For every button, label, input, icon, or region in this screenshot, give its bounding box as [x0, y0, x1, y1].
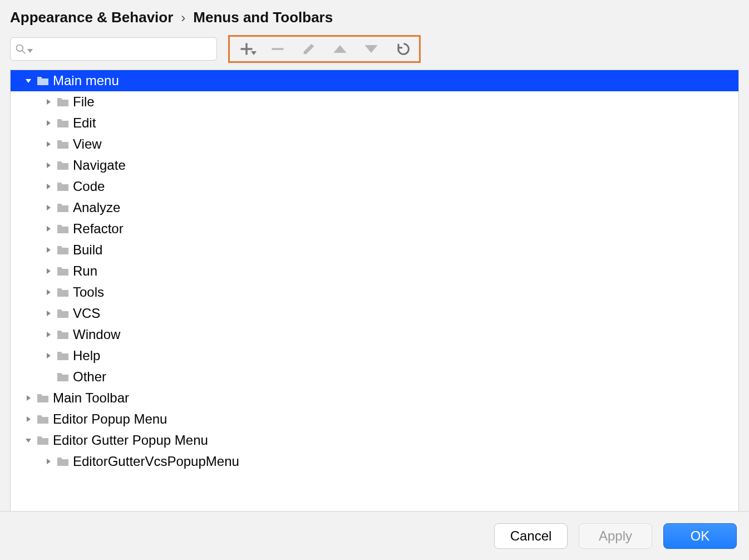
tree-row[interactable]: Code	[11, 176, 738, 197]
tree-item-label: EditorGutterVcsPopupMenu	[73, 454, 239, 469]
tree-row[interactable]: Help	[11, 345, 738, 366]
tree-row[interactable]: Tools	[11, 282, 738, 303]
cancel-button[interactable]: Cancel	[494, 523, 568, 549]
svg-marker-26	[47, 459, 51, 464]
tree-row[interactable]: Analyze	[11, 197, 738, 218]
search-input[interactable]	[36, 41, 212, 57]
tree-row[interactable]: Editor Gutter Popup Menu	[11, 430, 738, 451]
svg-marker-17	[47, 247, 51, 253]
ok-button[interactable]: OK	[663, 523, 737, 549]
edit-button[interactable]	[301, 41, 317, 57]
tree-row[interactable]: Main menu	[11, 70, 738, 91]
folder-icon	[56, 181, 70, 192]
revert-button[interactable]	[395, 41, 410, 57]
tree-item-label: Other	[73, 369, 106, 385]
svg-marker-2	[27, 49, 33, 53]
tree-item-label: Editor Popup Menu	[53, 411, 167, 427]
chevron-down-icon	[251, 43, 257, 59]
move-down-button[interactable]	[363, 41, 379, 57]
folder-icon	[56, 223, 70, 234]
svg-marker-9	[26, 79, 31, 83]
svg-marker-5	[251, 51, 257, 55]
folder-icon	[36, 75, 50, 86]
svg-marker-13	[47, 163, 51, 168]
tree-row[interactable]: Main Toolbar	[11, 387, 738, 409]
folder-icon	[56, 117, 70, 129]
tree-item-label: Main Toolbar	[53, 390, 129, 406]
tree-row[interactable]: Navigate	[11, 155, 738, 176]
action-toolbar	[228, 35, 421, 63]
svg-marker-25	[26, 439, 31, 443]
breadcrumb: Appearance & Behavior › Menus and Toolba…	[0, 0, 749, 30]
tree-item-label: VCS	[73, 306, 100, 321]
tree-item-label: Editor Gutter Popup Menu	[53, 433, 208, 448]
tree-row[interactable]: Build	[11, 239, 738, 261]
svg-marker-21	[47, 332, 51, 337]
tree-item-label: Navigate	[73, 158, 126, 173]
svg-marker-19	[47, 289, 51, 295]
tree-item-label: Refactor	[73, 221, 124, 237]
tree-row[interactable]: Run	[11, 261, 738, 282]
search-field[interactable]	[10, 37, 217, 61]
svg-marker-12	[47, 141, 51, 147]
folder-icon	[56, 244, 70, 256]
svg-marker-11	[47, 120, 51, 126]
footer: Cancel Apply OK	[0, 511, 749, 560]
tree-item-label: Edit	[73, 115, 96, 131]
tree-item-label: Window	[73, 327, 120, 342]
folder-icon	[56, 266, 70, 277]
folder-icon	[56, 308, 70, 319]
tree-item-label: Main menu	[53, 73, 119, 89]
svg-marker-14	[47, 184, 51, 189]
svg-marker-10	[47, 99, 51, 105]
tree-row[interactable]: Refactor	[11, 218, 738, 239]
search-icon	[15, 43, 33, 55]
tree-item-label: View	[73, 136, 102, 152]
tree-row[interactable]: EditorGutterVcsPopupMenu	[11, 451, 738, 472]
toolbar-row	[0, 30, 749, 70]
tree-item-label: Help	[73, 348, 100, 363]
tree-row[interactable]: VCS	[11, 303, 738, 324]
svg-marker-8	[364, 45, 377, 53]
folder-icon	[56, 456, 70, 467]
folder-icon	[56, 139, 70, 150]
svg-marker-22	[47, 353, 51, 358]
folder-icon	[36, 392, 50, 404]
breadcrumb-page: Menus and Toolbars	[193, 9, 333, 26]
folder-icon	[56, 160, 70, 171]
svg-point-0	[17, 45, 23, 52]
svg-marker-7	[333, 45, 346, 53]
tree-item-label: Code	[73, 179, 105, 194]
folder-icon	[56, 202, 70, 213]
apply-button[interactable]: Apply	[579, 523, 652, 549]
tree-panel[interactable]: Main menuFileEditViewNavigateCodeAnalyze…	[10, 70, 739, 554]
tree-row[interactable]: Window	[11, 324, 738, 345]
svg-marker-15	[47, 205, 51, 210]
tree-item-label: Analyze	[73, 200, 120, 215]
svg-marker-18	[47, 268, 51, 274]
tree-row[interactable]: Edit	[11, 112, 738, 134]
svg-marker-16	[47, 226, 51, 232]
folder-icon	[56, 371, 70, 382]
svg-marker-24	[27, 416, 31, 422]
svg-line-1	[22, 51, 26, 54]
folder-icon	[56, 329, 70, 340]
tree-item-label: Run	[73, 263, 97, 279]
tree-item-label: Tools	[73, 284, 104, 300]
tree-item-label: File	[73, 94, 95, 110]
folder-icon	[36, 435, 50, 446]
breadcrumb-section[interactable]: Appearance & Behavior	[10, 9, 173, 26]
folder-icon	[56, 287, 70, 298]
folder-icon	[56, 350, 70, 361]
move-up-button[interactable]	[332, 41, 348, 57]
remove-button[interactable]	[270, 41, 285, 57]
tree-row[interactable]: View	[11, 134, 738, 155]
svg-marker-23	[27, 395, 31, 401]
folder-icon	[36, 414, 50, 425]
tree-row[interactable]: File	[11, 91, 738, 112]
add-button[interactable]	[239, 41, 254, 57]
svg-marker-20	[47, 311, 51, 316]
tree-item-label: Build	[73, 242, 102, 258]
tree-row[interactable]: Other	[11, 366, 738, 387]
tree-row[interactable]: Editor Popup Menu	[11, 409, 738, 430]
